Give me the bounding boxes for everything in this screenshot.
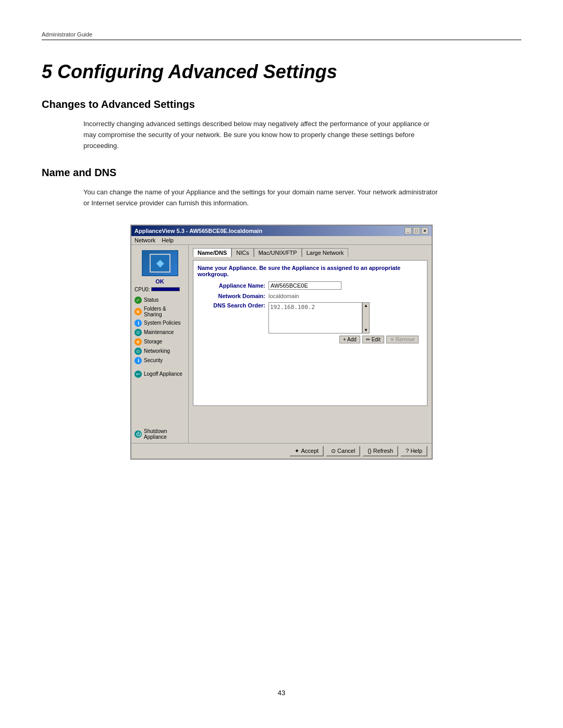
sidebar-item-folders-label: Folders & Sharing — [144, 306, 185, 317]
sidebar-item-security[interactable]: ℹ Security — [131, 356, 188, 365]
dns-search-textarea[interactable]: 192.168.100.2 — [268, 302, 362, 334]
menu-network[interactable]: Network — [134, 237, 155, 243]
cpu-bar-row: CPU0: — [131, 287, 180, 292]
storage-icon: ⊕ — [134, 338, 142, 346]
tab-nics[interactable]: NICs — [231, 248, 253, 257]
chapter-title-text: Configuring Advanced Settings — [57, 61, 337, 82]
screenshot-window: ApplianceView 5.3 - AW565BCE0E.localdoma… — [130, 225, 433, 460]
sidebar-logo: ◈ — [142, 250, 178, 276]
chapter-title: 5 Configuring Advanced Settings — [42, 61, 521, 83]
scroll-up-icon[interactable]: ▲ — [364, 303, 368, 308]
tab-largenetwork[interactable]: Large Network — [302, 248, 349, 257]
form-row-network-domain: Network Domain: localdomain — [198, 293, 423, 299]
section-body-namedns: You can change the name of your Applianc… — [83, 187, 438, 209]
sidebar-item-logoff[interactable]: ↩ Logoff Appliance — [131, 369, 186, 379]
section-heading-namedns: Name and DNS — [42, 167, 521, 179]
network-domain-label: Network Domain: — [198, 293, 265, 299]
appliance-name-input[interactable] — [268, 281, 341, 290]
tab-content: Name your Appliance. Be sure the Applian… — [193, 260, 427, 406]
sidebar-shutdown-section: ⏻ Shutdown Appliance — [131, 406, 188, 441]
status-icon: ✓ — [134, 297, 142, 304]
folders-icon: ⊕ — [134, 308, 142, 315]
win-body: ◈ OK CPU0: ✓ Status ⊕ Folders & Sharing — [131, 245, 432, 443]
remove-button[interactable]: ✕ Remove — [386, 336, 419, 343]
networking-icon: ⊙ — [134, 348, 142, 355]
close-button[interactable]: × — [421, 227, 429, 235]
help-button[interactable]: ? Help — [400, 446, 427, 456]
security-icon: ℹ — [134, 357, 142, 364]
network-domain-value: localdomain — [268, 293, 299, 299]
section-heading-changes: Changes to Advanced Settings — [42, 98, 521, 110]
header-divider — [42, 40, 521, 40]
sidebar: ◈ OK CPU0: ✓ Status ⊕ Folders & Sharing — [131, 245, 189, 443]
sidebar-item-status-label: Status — [144, 297, 158, 303]
cancel-icon: ⊙ — [331, 448, 336, 454]
chapter-number: 5 — [42, 61, 52, 82]
win-titlebar: ApplianceView 5.3 - AW565BCE0E.localdoma… — [131, 226, 432, 236]
sidebar-item-networking[interactable]: ⊙ Networking — [131, 347, 188, 356]
refresh-button[interactable]: {} Refresh — [362, 446, 398, 456]
refresh-label: Refresh — [373, 448, 394, 454]
cpu-bar — [151, 287, 180, 291]
appliance-name-label: Appliance Name: — [198, 282, 265, 289]
help-icon: ? — [406, 448, 409, 454]
shutdown-icon: ⏻ — [134, 430, 142, 438]
sidebar-item-policies-label: System Policies — [144, 320, 181, 326]
refresh-icon: {} — [368, 448, 371, 454]
logoff-icon: ↩ — [134, 371, 142, 378]
maximize-button[interactable]: □ — [413, 227, 420, 235]
section-namedns: Name and DNS You can change the name of … — [42, 167, 521, 209]
minimize-button[interactable]: _ — [405, 227, 412, 235]
sidebar-logo-icon: ◈ — [150, 254, 170, 273]
accept-icon: ✦ — [295, 448, 299, 454]
accept-button[interactable]: ✦ Accept — [289, 446, 324, 456]
tab-macunixftp[interactable]: Mac/UNIX/FTP — [254, 248, 302, 257]
sidebar-logoff-label: Logoff Appliance — [144, 371, 182, 377]
dns-search-row: DNS Search Order: 192.168.100.2 ▲ ▼ — [198, 302, 423, 343]
tab-bar: Name/DNS NICs Mac/UNIX/FTP Large Network — [193, 248, 427, 257]
sidebar-item-networking-label: Networking — [144, 348, 170, 354]
win-title: ApplianceView 5.3 - AW565BCE0E.localdoma… — [134, 228, 262, 234]
tab-instruction: Name your Appliance. Be sure the Applian… — [198, 265, 423, 277]
add-button[interactable]: + Add — [339, 336, 360, 343]
help-label: Help — [410, 448, 422, 454]
cancel-button[interactable]: ⊙ Cancel — [326, 446, 360, 456]
dns-search-label: DNS Search Order: — [198, 302, 265, 309]
policies-icon: ℹ — [134, 319, 142, 327]
header-label: Administrator Guide — [42, 31, 521, 38]
sidebar-item-status[interactable]: ✓ Status — [131, 295, 188, 305]
sidebar-logoff-section: ↩ Logoff Appliance — [131, 369, 186, 379]
tab-namedns[interactable]: Name/DNS — [193, 248, 231, 257]
sidebar-shutdown-label: Shutdown Appliance — [144, 428, 185, 440]
main-panel: Name/DNS NICs Mac/UNIX/FTP Large Network… — [189, 245, 432, 443]
scroll-down-icon[interactable]: ▼ — [364, 328, 368, 332]
form-row-appliance-name: Appliance Name: — [198, 281, 423, 290]
menu-help[interactable]: Help — [162, 237, 174, 243]
sidebar-item-shutdown[interactable]: ⏻ Shutdown Appliance — [131, 427, 188, 441]
sidebar-item-storage[interactable]: ⊕ Storage — [131, 337, 188, 347]
sidebar-item-storage-label: Storage — [144, 339, 162, 344]
section-changes: Changes to Advanced Settings Incorrectly… — [42, 98, 521, 151]
page-number: 43 — [278, 689, 285, 697]
maintenance-icon: ⊙ — [134, 329, 142, 336]
accept-label: Accept — [301, 448, 319, 454]
win-footer: ✦ Accept ⊙ Cancel {} Refresh ? Help — [131, 443, 432, 459]
dns-scrollbar: ▲ ▼ — [362, 302, 370, 334]
sidebar-item-folders[interactable]: ⊕ Folders & Sharing — [131, 305, 188, 318]
page-container: Administrator Guide 5 Configuring Advanc… — [0, 0, 563, 728]
sidebar-item-maintenance[interactable]: ⊙ Maintenance — [131, 328, 188, 337]
dns-action-buttons: + Add ✏ Edit ✕ Remove — [339, 336, 419, 343]
sidebar-item-security-label: Security — [144, 357, 163, 363]
sidebar-item-maintenance-label: Maintenance — [144, 329, 174, 335]
cpu-label: CPU0: — [134, 287, 150, 292]
win-controls: _ □ × — [405, 227, 429, 235]
sidebar-item-policies[interactable]: ℹ System Policies — [131, 318, 188, 328]
win-menubar: Network Help — [131, 236, 432, 245]
page-footer: 43 — [0, 689, 563, 697]
section-body-changes: Incorrectly changing advanced settings d… — [83, 119, 438, 151]
sidebar-ok-label: OK — [131, 278, 188, 285]
cancel-label: Cancel — [337, 448, 355, 454]
edit-button[interactable]: ✏ Edit — [362, 336, 384, 343]
